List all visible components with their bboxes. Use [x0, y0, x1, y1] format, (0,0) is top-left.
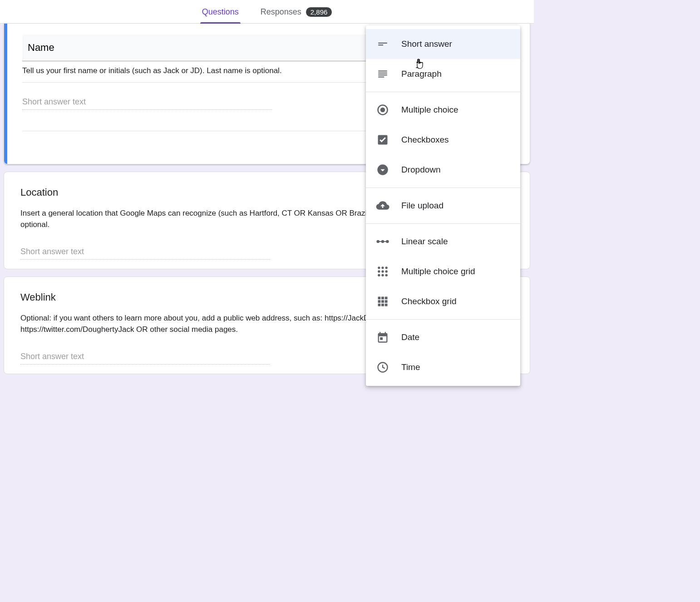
- svg-rect-28: [381, 300, 384, 303]
- tab-questions-label: Questions: [202, 7, 239, 17]
- svg-rect-2: [378, 44, 383, 45]
- svg-rect-25: [381, 297, 384, 300]
- svg-rect-24: [378, 297, 381, 300]
- menu-item-mc-grid[interactable]: Multiple choice grid: [366, 257, 520, 286]
- menu-item-label: Time: [401, 362, 420, 372]
- svg-rect-6: [378, 76, 384, 77]
- svg-rect-3: [378, 70, 387, 71]
- menu-item-label: Checkbox grid: [401, 296, 456, 306]
- svg-point-17: [385, 266, 387, 269]
- dropdown-icon: [376, 163, 389, 177]
- cloud-upload-icon: [376, 199, 389, 212]
- question-type-menu: Short answer Paragraph Multiple choice C…: [366, 25, 520, 386]
- menu-item-label: Date: [401, 332, 419, 342]
- menu-item-label: Paragraph: [401, 69, 442, 79]
- menu-item-label: Multiple choice: [401, 105, 458, 115]
- menu-item-time[interactable]: Time: [366, 352, 520, 382]
- tab-responses-label: Responses: [261, 7, 301, 17]
- svg-rect-29: [385, 300, 388, 303]
- svg-point-20: [385, 270, 387, 272]
- menu-item-label: File upload: [401, 201, 444, 211]
- menu-separator: [366, 223, 520, 224]
- svg-point-18: [378, 270, 380, 272]
- svg-point-15: [378, 266, 380, 269]
- short-answer-preview: Short answer text: [22, 97, 272, 110]
- svg-rect-5: [378, 74, 387, 75]
- svg-point-21: [378, 274, 380, 276]
- radio-icon: [376, 103, 389, 117]
- menu-item-label: Linear scale: [401, 237, 448, 247]
- svg-rect-26: [385, 297, 388, 300]
- short-answer-preview: Short answer text: [20, 247, 270, 260]
- menu-item-multiple-choice[interactable]: Multiple choice: [366, 95, 520, 125]
- menu-separator: [366, 319, 520, 320]
- menu-item-date[interactable]: Date: [366, 322, 520, 352]
- svg-rect-14: [378, 241, 388, 242]
- menu-item-label: Multiple choice grid: [401, 266, 475, 276]
- svg-rect-1: [378, 43, 387, 44]
- menu-item-label: Short answer: [401, 39, 452, 49]
- svg-point-19: [381, 270, 384, 272]
- svg-point-8: [380, 108, 385, 113]
- menu-separator: [366, 188, 520, 188]
- svg-rect-30: [378, 304, 381, 306]
- menu-item-checkboxes[interactable]: Checkboxes: [366, 125, 520, 155]
- menu-item-checkbox-grid[interactable]: Checkbox grid: [366, 286, 520, 316]
- menu-item-short-answer[interactable]: Short answer: [366, 29, 520, 59]
- linear-scale-icon: [376, 235, 389, 248]
- checkbox-icon: [376, 133, 389, 147]
- menu-item-linear-scale[interactable]: Linear scale: [366, 227, 520, 257]
- square-grid-icon: [376, 295, 389, 308]
- responses-count-badge: 2,896: [306, 7, 332, 17]
- dot-grid-icon: [376, 265, 389, 278]
- editor-tabs: Questions Responses 2,896: [0, 0, 534, 24]
- menu-item-file-upload[interactable]: File upload: [366, 191, 520, 221]
- tab-responses[interactable]: Responses 2,896: [259, 7, 334, 23]
- svg-rect-31: [381, 304, 384, 306]
- svg-rect-4: [378, 73, 387, 74]
- svg-rect-32: [385, 304, 388, 306]
- svg-point-23: [385, 274, 387, 276]
- menu-item-paragraph[interactable]: Paragraph: [366, 59, 520, 89]
- menu-item-label: Dropdown: [401, 165, 441, 175]
- short-answer-preview: Short answer text: [20, 352, 270, 365]
- clock-icon: [376, 360, 389, 374]
- menu-separator: [366, 92, 520, 92]
- tab-questions[interactable]: Questions: [200, 7, 241, 23]
- svg-rect-27: [378, 300, 381, 303]
- menu-item-dropdown[interactable]: Dropdown: [366, 155, 520, 185]
- paragraph-icon: [376, 67, 389, 81]
- svg-point-16: [381, 266, 384, 269]
- menu-item-label: Checkboxes: [401, 135, 449, 145]
- svg-point-22: [381, 274, 384, 276]
- calendar-icon: [376, 331, 389, 344]
- short-answer-icon: [376, 37, 389, 51]
